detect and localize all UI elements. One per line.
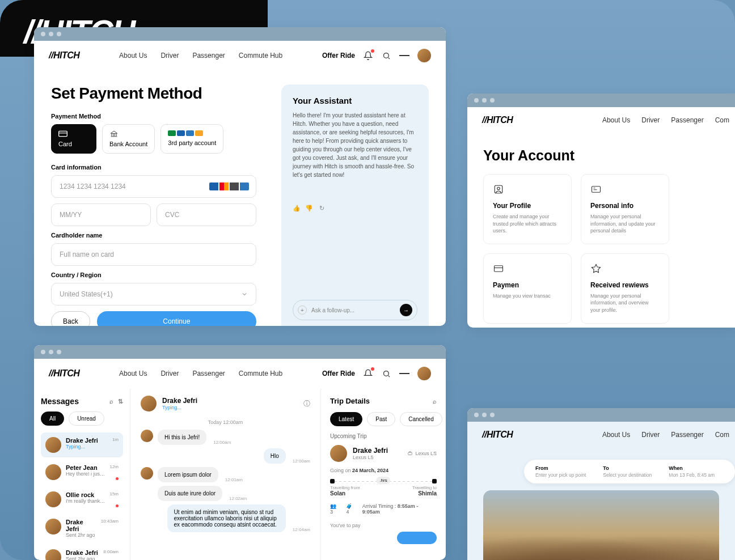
offer-ride-link[interactable]: Offer Ride: [322, 370, 355, 377]
expiry-input[interactable]: MM/YY: [51, 203, 151, 226]
search-icon[interactable]: ⌕: [433, 398, 437, 405]
conversation-item[interactable]: Drake JefriSent 2hr ago8:00am: [41, 545, 123, 560]
back-button[interactable]: Back: [51, 311, 90, 326]
nav-passenger[interactable]: Passenger: [192, 370, 225, 377]
cardholder-input[interactable]: Full name on card: [51, 243, 256, 266]
landing-window: //HITCH About Us Driver Passenger Com Fr…: [467, 408, 735, 560]
account-card[interactable]: PaymenManage you view transac: [483, 253, 572, 324]
avatar[interactable]: [417, 49, 431, 62]
unread-dot: [116, 477, 119, 480]
nav-commute[interactable]: Com: [715, 431, 729, 439]
pay-button[interactable]: [330, 532, 437, 544]
avatar: [45, 491, 61, 507]
svg-rect-3: [408, 452, 412, 455]
tab-past[interactable]: Past: [367, 412, 395, 426]
avatar[interactable]: [417, 367, 431, 380]
trip-stats: 👥 3 🧳 4 Arrival Timing : 8:55am - 9:05am: [330, 503, 437, 515]
conversation-item[interactable]: Ollie rockI'm really thankful to you15m: [41, 487, 123, 512]
cvc-input[interactable]: CVC: [157, 203, 256, 226]
feedback-row: 👍 👎 ↻: [293, 205, 417, 213]
message-bubble: Hlo12:00am: [141, 448, 310, 464]
window-bar: [34, 27, 446, 41]
card-title: Your Profile: [493, 202, 562, 210]
continue-button[interactable]: Continue: [97, 311, 256, 326]
logo[interactable]: //HITCH: [482, 115, 513, 125]
filter-icon[interactable]: ⇅: [118, 398, 123, 405]
nav-commute[interactable]: Com: [715, 116, 729, 124]
nav-about[interactable]: About Us: [602, 431, 630, 439]
nav-about[interactable]: About Us: [602, 116, 630, 124]
menu-icon[interactable]: [399, 368, 409, 379]
nav-passenger[interactable]: Passenger: [671, 116, 703, 124]
conversation-item[interactable]: Peter JeanHey there! i just have to inqu…: [41, 460, 123, 485]
nav-driver[interactable]: Driver: [160, 52, 179, 60]
conversations-sidebar: Messages⌕⇅ All Unread Drake JefriTyping.…: [34, 389, 130, 560]
plus-icon[interactable]: +: [298, 306, 307, 315]
search-icon[interactable]: ⌕: [109, 398, 113, 405]
follow-up-input[interactable]: + Ask a follow-up... →: [293, 300, 417, 320]
send-icon[interactable]: →: [400, 304, 412, 316]
nav-commute[interactable]: Commute Hub: [239, 52, 282, 60]
refresh-icon[interactable]: ↻: [318, 205, 326, 213]
thread-header: Drake JefriTyping... ⓘ: [141, 396, 310, 411]
tab-cancelled[interactable]: Cancelled: [400, 412, 442, 426]
nav-driver[interactable]: Driver: [160, 370, 179, 377]
conv-name: Ollie rock: [66, 491, 105, 498]
search-bar[interactable]: FromEnter your pick up point ToSelect yo…: [524, 460, 735, 483]
pm-bank[interactable]: Bank Account: [102, 124, 155, 154]
info-icon[interactable]: ⓘ: [303, 399, 310, 409]
menu-icon[interactable]: [399, 50, 409, 61]
logo[interactable]: //HITCH: [482, 430, 513, 440]
nav-commute[interactable]: Commute Hub: [239, 370, 282, 377]
nav-passenger[interactable]: Passenger: [671, 431, 703, 439]
thumbs-up-icon[interactable]: 👍: [293, 205, 301, 213]
from-field[interactable]: FromEnter your pick up point: [535, 465, 586, 478]
card-number-input[interactable]: 1234 1234 1234 1234: [51, 175, 256, 198]
avatar[interactable]: [330, 445, 347, 462]
pm-third-party[interactable]: 3rd party account: [160, 124, 223, 154]
region-select[interactable]: United States(+1): [51, 283, 256, 306]
account-card[interactable]: Your ProfileCreate and manage your trust…: [483, 174, 572, 244]
conv-preview: Sent 2hr ago: [66, 556, 99, 560]
bags-icon: 🧳 4: [346, 503, 356, 515]
card-title: Personal info: [590, 202, 660, 210]
nav-about[interactable]: About Us: [119, 370, 147, 377]
to-field[interactable]: ToSelect your destination: [603, 465, 652, 478]
trip-title: Trip Details⌕: [330, 397, 437, 405]
nav-about[interactable]: About Us: [119, 52, 147, 60]
conv-preview: Typing...: [66, 444, 108, 449]
conv-preview: Hey there! i just have to inquir...: [66, 471, 105, 477]
logo[interactable]: //HITCH: [49, 50, 79, 61]
pm-card[interactable]: Card: [51, 124, 96, 154]
messages-title: Messages⌕⇅: [41, 397, 123, 406]
when-field[interactable]: WhenMon 13 Feb, 8:45 am: [669, 465, 715, 478]
account-card[interactable]: Personal infoManage your personal inform…: [581, 174, 669, 244]
search-icon[interactable]: [381, 368, 391, 379]
tab-unread[interactable]: Unread: [69, 411, 104, 426]
bell-icon[interactable]: [363, 50, 373, 61]
conv-time: 15m: [109, 491, 119, 497]
nav-passenger[interactable]: Passenger: [192, 52, 225, 60]
tab-latest[interactable]: Latest: [330, 412, 362, 426]
conversation-item[interactable]: Drake JefriSent 2hr ago10:43am: [41, 514, 123, 542]
from-city: Solan: [330, 490, 360, 497]
search-icon[interactable]: [381, 50, 391, 61]
account-grid: Your ProfileCreate and manage your trust…: [467, 174, 735, 328]
offer-ride-link[interactable]: Offer Ride: [322, 52, 355, 60]
nav-driver[interactable]: Driver: [641, 116, 660, 124]
card-desc: Manage you view transac: [493, 292, 562, 300]
message-time: 12:04am: [293, 527, 310, 532]
payment-window: //HITCH About Us Driver Passenger Commut…: [34, 27, 446, 326]
assistant-title: Your Assistant: [293, 96, 417, 105]
thumbs-down-icon[interactable]: 👎: [305, 205, 313, 213]
avatar[interactable]: [141, 396, 157, 411]
header: //HITCH About Us Driver Passenger Commut…: [34, 41, 446, 71]
svg-rect-4: [495, 185, 502, 193]
conv-preview: Sent 2hr ago: [66, 532, 96, 538]
bell-icon[interactable]: [363, 368, 373, 379]
tab-all[interactable]: All: [41, 411, 64, 426]
account-card[interactable]: Received rewiewsManage your personal inf…: [581, 253, 669, 324]
logo[interactable]: //HITCH: [49, 368, 79, 379]
nav-driver[interactable]: Driver: [641, 431, 660, 439]
conversation-item[interactable]: Drake JefriTyping...1m: [41, 432, 123, 457]
